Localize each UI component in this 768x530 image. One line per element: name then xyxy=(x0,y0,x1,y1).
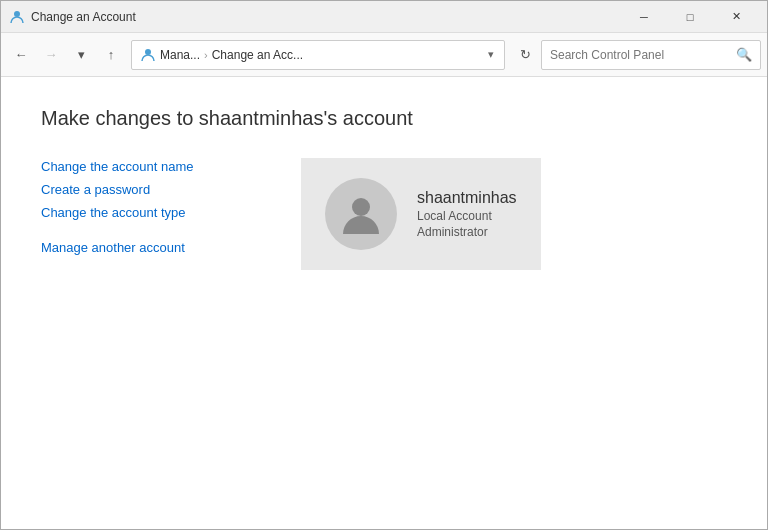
breadcrumb-separator: › xyxy=(204,49,208,61)
account-info: shaantminhas Local Account Administrator xyxy=(417,189,517,239)
search-bar[interactable]: 🔍 xyxy=(541,40,761,70)
change-name-link[interactable]: Change the account name xyxy=(41,158,261,175)
address-dropdown-icon[interactable]: ▾ xyxy=(486,48,496,61)
search-icon[interactable]: 🔍 xyxy=(736,47,752,62)
minimize-button[interactable]: ─ xyxy=(621,1,667,33)
nav-bar: ← → ▾ ↑ Mana... › Change an Acc... ▾ ↻ 🔍 xyxy=(1,33,767,77)
back-button[interactable]: ← xyxy=(7,41,35,69)
change-type-link[interactable]: Change the account type xyxy=(41,204,261,221)
svg-point-2 xyxy=(352,198,370,216)
breadcrumb-part1[interactable]: Mana... xyxy=(160,48,200,62)
maximize-button[interactable]: □ xyxy=(667,1,713,33)
content-body: Change the account name Create a passwor… xyxy=(41,158,727,270)
account-name: shaantminhas xyxy=(417,189,517,207)
address-bar[interactable]: Mana... › Change an Acc... ▾ xyxy=(131,40,505,70)
avatar xyxy=(325,178,397,250)
recent-button[interactable]: ▾ xyxy=(67,41,95,69)
search-input[interactable] xyxy=(550,48,732,62)
title-bar: Change an Account ─ □ ✕ xyxy=(1,1,767,33)
create-password-link[interactable]: Create a password xyxy=(41,181,261,198)
up-button[interactable]: ↑ xyxy=(97,41,125,69)
breadcrumb: Mana... › Change an Acc... xyxy=(160,48,482,62)
breadcrumb-part2[interactable]: Change an Acc... xyxy=(212,48,303,62)
svg-point-1 xyxy=(145,49,151,55)
window-icon xyxy=(9,9,25,25)
window-controls: ─ □ ✕ xyxy=(621,1,759,33)
window: Change an Account ─ □ ✕ ← → ▾ ↑ Mana... … xyxy=(0,0,768,530)
account-card: shaantminhas Local Account Administrator xyxy=(301,158,541,270)
forward-button[interactable]: → xyxy=(37,41,65,69)
page-heading: Make changes to shaantminhas's account xyxy=(41,107,727,130)
close-button[interactable]: ✕ xyxy=(713,1,759,33)
refresh-button[interactable]: ↻ xyxy=(511,41,539,69)
address-icon xyxy=(140,47,156,63)
manage-another-link[interactable]: Manage another account xyxy=(41,239,261,256)
account-type-2: Administrator xyxy=(417,225,517,239)
svg-point-0 xyxy=(14,11,20,17)
account-type-1: Local Account xyxy=(417,209,517,223)
content-area: Make changes to shaantminhas's account C… xyxy=(1,77,767,529)
window-title: Change an Account xyxy=(31,10,621,24)
links-section: Change the account name Create a passwor… xyxy=(41,158,261,256)
